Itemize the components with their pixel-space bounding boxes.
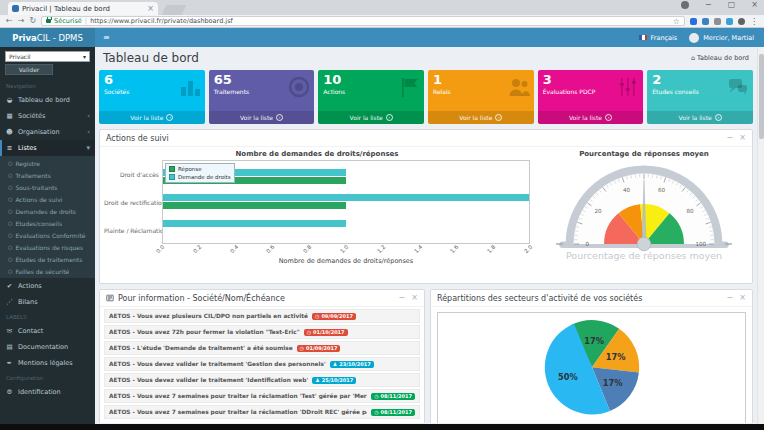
sidebar-subitem-actions-de-suivi[interactable]: ○Actions de suivi (0, 193, 95, 205)
sidebar-toggle-icon[interactable]: ≡ (95, 33, 118, 42)
close-icon[interactable]: × (739, 294, 746, 302)
forward-icon[interactable]: → (18, 17, 25, 25)
content-header: Tableau de bord ⌂ Tableau de bord (95, 47, 757, 68)
grid-extension-icon[interactable] (726, 18, 733, 25)
main-content: Tableau de bord ⌂ Tableau de bord 6 Soci… (95, 47, 757, 430)
tab-close-icon[interactable]: × (147, 5, 154, 13)
sidebar-subitem-demandes-de-droits[interactable]: ○Demandes de droits (0, 205, 95, 217)
sidebar-subitem-etudes-de-traitements[interactable]: ○Études de traitements (0, 253, 95, 265)
info-text: AETOS - Vous avez 72h pour fermer la vio… (109, 329, 300, 335)
dashboard-icon: ◒ (5, 96, 14, 104)
minimize-window-button[interactable]: − (705, 1, 712, 9)
circle-icon: ○ (8, 208, 12, 214)
subitem-label: Sous-traitants (15, 184, 57, 191)
info-list-item[interactable]: AETOS - Vous avez plusieurs CIL/DPO non … (104, 309, 420, 323)
sidebar-subitem-failles-de-securite[interactable]: ○Failles de sécurité (0, 265, 95, 277)
badge-date: 08/11/2017 (381, 410, 412, 415)
sidebar-subitem-registre[interactable]: ○Registre (0, 157, 95, 169)
voir-la-liste-link[interactable]: Voir la liste› (99, 111, 205, 124)
language-menu[interactable]: Français (639, 34, 677, 42)
panel-title: Actions de suivi (106, 134, 169, 143)
collapse-icon[interactable]: − (727, 134, 734, 142)
refresh-icon[interactable]: ↻ (29, 17, 36, 25)
voir-la-liste-link[interactable]: Voir la liste› (538, 111, 644, 124)
globe-extension-icon[interactable] (738, 18, 745, 25)
back-icon[interactable]: ← (6, 17, 13, 25)
circle-icon: ○ (8, 244, 12, 250)
info-list-item[interactable]: AETOS - Vous devez valider le traitement… (104, 357, 420, 371)
organization-select[interactable]: Privacil ▾ (5, 51, 90, 62)
close-icon[interactable]: × (411, 294, 418, 302)
window-controls: − ▢ × (681, 1, 758, 9)
flag-icon (397, 75, 421, 99)
badge-date: 09/09/2017 (321, 314, 352, 319)
gray-extension-icon[interactable] (714, 18, 721, 25)
new-tab-button[interactable] (162, 5, 187, 15)
info-list-item[interactable]: AETOS - Vous devez valider le traitement… (104, 373, 420, 387)
scrollbar-thumb[interactable] (759, 54, 764, 139)
svg-text:17%: 17% (605, 352, 625, 362)
sidebar: Privacil ▾ Valider Navigation ◒ Tableau … (0, 47, 95, 430)
sidebar-subitem-evaluations-de-risques[interactable]: ○Evaluations de risques (0, 241, 95, 253)
sidebar-item-documentation[interactable]: ▤ Documentation (0, 339, 95, 355)
brand-rest: CIL - DPMS (37, 33, 83, 43)
browser-menu-icon[interactable]: ⋮ (750, 17, 758, 26)
sidebar-item-bilans[interactable]: ⋰ Bilans (0, 294, 95, 310)
sidebar-item-tableau-de-bord[interactable]: ◒ Tableau de bord (0, 92, 95, 108)
sidebar-item-actions[interactable]: ✔ Actions (0, 278, 95, 294)
address-bar[interactable]: Sécurisé | https://www.privacil.fr/priva… (41, 16, 685, 26)
sliders-icon (616, 75, 640, 99)
demande-bar (163, 194, 529, 201)
gauge-caption: Pourcentage de réponses moyen (536, 250, 752, 261)
panel-title: Répartitions des secteurs d'activité de … (437, 294, 642, 303)
collapse-icon[interactable]: − (727, 294, 734, 302)
french-flag-icon (639, 35, 647, 40)
info-list-item[interactable]: AETOS - L'étude 'Demande de traitement' … (104, 341, 420, 355)
bookmark-star-icon[interactable]: ☆ (673, 17, 680, 26)
voir-la-liste-link[interactable]: Voir la liste› (428, 111, 534, 124)
clock-icon: ◷ (315, 314, 319, 319)
app-logo[interactable]: PrivaCIL - DPMS (0, 28, 95, 47)
mail-extension-icon[interactable] (690, 18, 697, 25)
voir-la-liste-link[interactable]: Voir la liste› (209, 111, 315, 124)
user-menu[interactable]: Mercier, Martial (689, 33, 754, 43)
sidebar-item-societes[interactable]: ▦ Sociétés ‹ (0, 108, 95, 124)
building-icon: ▦ (5, 112, 14, 120)
sidebar-item-identification[interactable]: ⚙ Identification (0, 384, 95, 400)
breadcrumb[interactable]: ⌂ Tableau de bord (691, 54, 749, 62)
sidebar-item-mentions-legales[interactable]: ✒ Mentions légales (0, 355, 95, 371)
sidebar-subitem-etudes-conseils[interactable]: ○Etudes/conseils (0, 217, 95, 229)
book-icon: ▤ (5, 343, 14, 351)
info-list-item[interactable]: AETOS - Vous avez 7 semaines pour traite… (104, 389, 420, 403)
chevron-down-icon: ▾ (86, 144, 90, 152)
pointer-extension-icon[interactable] (702, 18, 709, 25)
circle-icon: ○ (8, 172, 12, 178)
comments-icon (726, 75, 750, 99)
svg-text:0: 0 (585, 241, 589, 247)
subitem-label: Etudes/conseils (15, 220, 62, 227)
info-list-item[interactable]: AETOS - Vous avez 7 semaines pour traite… (104, 405, 420, 419)
gear-icon: ⚙ (5, 388, 14, 396)
sidebar-item-organisation[interactable]: ☻ Organisation ‹ (0, 124, 95, 140)
close-window-button[interactable]: × (751, 1, 758, 9)
profile-icon[interactable] (681, 1, 689, 9)
voir-la-liste-link[interactable]: Voir la liste› (318, 111, 424, 124)
sidebar-subitem-evaluations-conformite[interactable]: ○Evaluations Conformité (0, 229, 95, 241)
legend-label: Réponse (178, 166, 202, 172)
sidebar-item-contact[interactable]: ✉ Contact (0, 323, 95, 339)
info-list-item[interactable]: AETOS - Vous avez 72h pour fermer la vio… (104, 325, 420, 339)
collapse-icon[interactable]: − (399, 294, 406, 302)
svg-text:17%: 17% (602, 378, 622, 388)
valider-button[interactable]: Valider (5, 64, 53, 75)
maximize-window-button[interactable]: ▢ (728, 1, 736, 9)
close-icon[interactable]: × (739, 134, 746, 142)
sidebar-subitem-traitements[interactable]: ○Traitements (0, 169, 95, 181)
sidebar-item-label: Mentions légales (18, 359, 73, 367)
sidebar-subitem-sous-traitants[interactable]: ○Sous-traitants (0, 181, 95, 193)
pour-information-panel: Pour information - Société/Nom/Échéance … (99, 289, 425, 423)
voir-la-liste-link[interactable]: Voir la liste› (647, 111, 753, 124)
svg-text:50%: 50% (558, 372, 578, 382)
bar-group (163, 220, 529, 235)
sidebar-item-listes[interactable]: ≡ Listes ▾ (0, 140, 95, 156)
browser-tab[interactable]: Privacil | Tableau de bord × (8, 2, 158, 15)
